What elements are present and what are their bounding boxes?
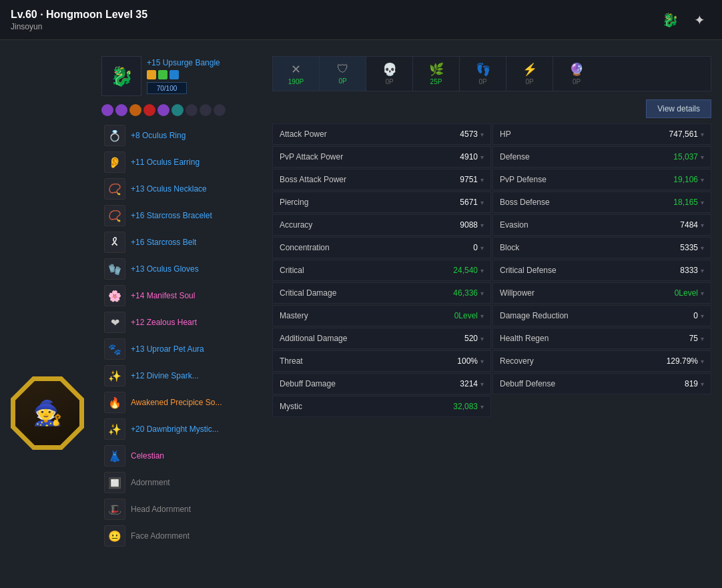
stat-value: 18,165 xyxy=(673,198,698,207)
view-details-button[interactable]: View details xyxy=(646,99,711,118)
stat-chevron[interactable]: ▾ xyxy=(480,358,484,365)
stat-chevron[interactable]: ▾ xyxy=(480,403,484,410)
featured-name: +15 Upsurge Bangle xyxy=(147,58,220,67)
equip-list-item[interactable]: ❤ +12 Zealous Heart xyxy=(101,310,262,335)
stat-chevron[interactable]: ▾ xyxy=(480,380,484,388)
tab-item-3[interactable]: 🌿 25P xyxy=(413,57,460,91)
stat-chevron[interactable]: ▾ xyxy=(480,244,484,252)
stat-value-wrap: 75 ▾ xyxy=(689,334,704,343)
tab-item-1[interactable]: 🛡 0P xyxy=(320,57,366,91)
stat-chevron[interactable]: ▾ xyxy=(701,244,704,252)
tab-icon-3: 🌿 xyxy=(429,62,444,77)
tab-item-4[interactable]: 👣 0P xyxy=(460,57,506,91)
stat-chevron[interactable]: ▾ xyxy=(701,358,704,365)
stat-value-wrap: 9088 ▾ xyxy=(460,220,484,230)
header-icon-2[interactable]: ✦ xyxy=(687,8,711,32)
stat-name: Willpower xyxy=(500,288,534,298)
stat-value: 520 xyxy=(464,334,478,343)
stat-value: 0Level xyxy=(454,311,478,320)
equip-list-item[interactable]: 🧤 +13 Oculus Gloves xyxy=(101,256,262,282)
stat-chevron[interactable]: ▾ xyxy=(480,312,484,320)
stat-value-wrap: 747,561 ▾ xyxy=(669,129,704,139)
stat-value: 19,106 xyxy=(673,175,698,184)
equip-item-name: +8 Oculus Ring xyxy=(131,131,186,140)
stat-chevron[interactable]: ▾ xyxy=(701,222,704,229)
stat-chevron[interactable]: ▾ xyxy=(480,335,484,342)
stat-row-left-12: Mystic 32,083 ▾ xyxy=(272,396,491,417)
stat-chevron[interactable]: ▾ xyxy=(701,335,704,342)
header-icon-1[interactable]: 🐉 xyxy=(658,8,682,32)
equip-list-item[interactable]: 🔲 Adornment xyxy=(101,470,262,495)
stat-value-wrap: 3214 ▾ xyxy=(460,379,484,388)
stat-name: HP xyxy=(500,129,511,139)
stat-value-wrap: 24,540 ▾ xyxy=(453,266,484,275)
tab-item-2[interactable]: 💀 0P xyxy=(366,57,413,91)
stat-chevron[interactable]: ▾ xyxy=(480,131,484,138)
stat-chevron[interactable]: ▾ xyxy=(480,199,484,206)
stat-chevron[interactable]: ▾ xyxy=(480,222,484,229)
equip-list-item[interactable]: ✨ +20 Dawnbright Mystic... xyxy=(101,416,262,442)
stat-value: 4573 xyxy=(460,129,478,139)
equip-list-item[interactable]: 😐 Face Adornment xyxy=(101,523,262,549)
stat-value-wrap: 0Level ▾ xyxy=(454,311,484,320)
stat-value-wrap: 8333 ▾ xyxy=(680,266,704,275)
stat-chevron[interactable]: ▾ xyxy=(701,199,704,206)
equip-item-name: +14 Manifest Soul xyxy=(131,291,195,300)
tab-label-2: 0P xyxy=(385,78,393,85)
stat-name: Damage Reduction xyxy=(500,311,569,320)
equip-list-item[interactable]: 👂 +11 Oculus Earring xyxy=(101,150,262,175)
stat-chevron[interactable]: ▾ xyxy=(701,154,704,161)
stat-chevron[interactable]: ▾ xyxy=(480,267,484,274)
stat-value: 747,561 xyxy=(669,129,698,139)
equip-item-icon: 👂 xyxy=(104,152,125,173)
stat-name: Mystic xyxy=(280,402,302,411)
stat-value: 819 xyxy=(685,379,698,388)
stat-chevron[interactable]: ▾ xyxy=(701,290,704,297)
equip-list-item[interactable]: 📿 +13 Oculus Necklace xyxy=(101,176,262,202)
stat-value-wrap: 32,083 ▾ xyxy=(453,402,484,411)
stat-value: 0Level xyxy=(675,288,698,298)
stat-name: Accuracy xyxy=(280,220,312,230)
stat-value: 15,037 xyxy=(673,152,698,162)
stat-value-wrap: 520 ▾ xyxy=(464,334,484,343)
stat-value: 5335 xyxy=(680,243,698,252)
equip-list-item[interactable]: 🎗 +16 Starcross Belt xyxy=(101,230,262,255)
stat-chevron[interactable]: ▾ xyxy=(480,154,484,161)
stat-name: Recovery xyxy=(500,356,534,366)
stat-chevron[interactable]: ▾ xyxy=(480,176,484,184)
stat-value: 9751 xyxy=(460,175,478,184)
equip-list-item[interactable]: 👗 Celestian xyxy=(101,443,262,469)
stat-value: 75 xyxy=(689,334,698,343)
stat-name: Evasion xyxy=(500,220,528,230)
stat-chevron[interactable]: ▾ xyxy=(701,176,704,184)
featured-icon: 🐉 xyxy=(101,56,141,96)
equip-item-name: +12 Divine Spark... xyxy=(131,371,199,380)
stat-chevron[interactable]: ▾ xyxy=(701,267,704,274)
stat-value: 9088 xyxy=(460,220,478,230)
equip-list-item[interactable]: 💍 +8 Oculus Ring xyxy=(101,123,262,148)
equip-list-item[interactable]: ✨ +12 Divine Spark... xyxy=(101,363,262,388)
left-panel: 🧙 xyxy=(11,376,91,549)
equip-list-item[interactable]: 🔥 Awakened Precipice So... xyxy=(101,390,262,415)
featured-gems xyxy=(147,70,220,79)
stat-value-wrap: 4910 ▾ xyxy=(460,152,484,162)
gem-circle-9 xyxy=(214,104,226,116)
equip-list-item[interactable]: 🎩 Head Adornment xyxy=(101,497,262,522)
stat-name: Critical xyxy=(280,266,304,275)
equip-list-item[interactable]: 🐾 +13 Uproar Pet Aura xyxy=(101,336,262,362)
equip-list-item[interactable]: 📿 +16 Starcross Bracelet xyxy=(101,203,262,228)
tab-item-0[interactable]: ✕ 190P xyxy=(273,57,320,91)
tab-item-6[interactable]: 🔮 0P xyxy=(553,57,600,91)
stat-name: Debuff Defense xyxy=(500,379,555,388)
stat-value-wrap: 9751 ▾ xyxy=(460,175,484,184)
tab-item-5[interactable]: ⚡ 0P xyxy=(506,57,553,91)
stat-chevron[interactable]: ▾ xyxy=(701,380,704,388)
stat-row-right-5: Block 5335 ▾ xyxy=(492,237,711,258)
stat-value: 32,083 xyxy=(453,402,478,411)
stat-chevron[interactable]: ▾ xyxy=(480,290,484,297)
stat-value-wrap: 15,037 ▾ xyxy=(673,152,704,162)
equip-list-item[interactable]: 🌸 +14 Manifest Soul xyxy=(101,283,262,308)
stat-chevron[interactable]: ▾ xyxy=(701,312,704,320)
stat-chevron[interactable]: ▾ xyxy=(701,131,704,138)
equip-progress: 70/100 xyxy=(147,82,187,94)
